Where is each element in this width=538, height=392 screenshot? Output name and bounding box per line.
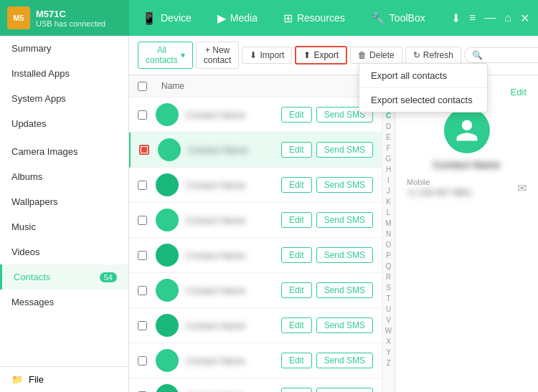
alpha-l[interactable]: L: [387, 207, 391, 218]
send-sms-button[interactable]: Send SMS: [316, 282, 373, 298]
table-row[interactable]: Contact Name Edit Send SMS: [129, 203, 382, 238]
sidebar-item-music[interactable]: Music: [0, 214, 128, 239]
import-button[interactable]: ⬇ Import: [242, 47, 292, 64]
menu-button[interactable]: ≡: [469, 11, 476, 24]
minimize-button[interactable]: —: [484, 11, 496, 24]
alpha-m[interactable]: M: [385, 218, 391, 229]
alpha-e[interactable]: E: [386, 132, 391, 143]
alpha-x[interactable]: X: [386, 336, 391, 347]
contact-checkbox[interactable]: [138, 356, 147, 365]
table-row[interactable]: Contact Name Edit Send SMS: [129, 133, 382, 168]
contact-detail-panel: Edit Contact Name Mobile +1 234 567 8901…: [395, 75, 538, 392]
contact-checkbox[interactable]: [138, 321, 147, 330]
send-sms-button[interactable]: Send SMS: [316, 212, 373, 228]
alpha-v[interactable]: V: [386, 315, 391, 325]
device-name: M571C: [36, 9, 105, 19]
person-icon: [454, 118, 480, 143]
sidebar-item-installed-apps[interactable]: Installed Apps: [0, 61, 128, 86]
contact-checkbox[interactable]: [138, 251, 147, 260]
sidebar-item-camera-images[interactable]: Camera Images: [0, 139, 128, 164]
alpha-d[interactable]: D: [386, 121, 391, 132]
restore-button[interactable]: ⌂: [504, 11, 511, 24]
close-button[interactable]: ✕: [520, 11, 529, 25]
download-button[interactable]: ⬇: [451, 11, 461, 25]
sidebar-item-albums[interactable]: Albums: [0, 164, 128, 189]
alpha-r[interactable]: R: [386, 272, 391, 282]
edit-button[interactable]: Edit: [281, 282, 312, 298]
alpha-y[interactable]: Y: [386, 347, 391, 358]
contact-checkbox[interactable]: [138, 110, 147, 120]
edit-button[interactable]: Edit: [281, 388, 312, 392]
media-icon: ▶: [217, 11, 226, 25]
alpha-h[interactable]: H: [386, 164, 391, 175]
table-row[interactable]: Contact Name Edit Send SMS: [129, 273, 382, 308]
contact-checkbox-selected[interactable]: [139, 145, 149, 155]
table-row[interactable]: Contact Name Edit Send SMS: [129, 343, 382, 378]
alpha-s[interactable]: S: [386, 282, 391, 293]
alpha-n[interactable]: N: [386, 229, 391, 239]
sidebar-item-system-apps[interactable]: System Apps: [0, 86, 128, 111]
alpha-f[interactable]: F: [386, 143, 390, 153]
alpha-u[interactable]: U: [386, 304, 391, 315]
sidebar-item-videos[interactable]: Videos: [0, 239, 128, 264]
table-row[interactable]: Contact Name Edit Send SMS: [129, 378, 382, 392]
contact-checkbox[interactable]: [138, 286, 147, 295]
table-row[interactable]: Contact Name Edit Send SMS: [129, 168, 382, 203]
top-actions: ⬇ ≡ — ⌂ ✕: [443, 11, 538, 25]
send-sms-button[interactable]: Send SMS: [316, 353, 373, 368]
delete-icon: 🗑: [358, 50, 367, 60]
tab-resources[interactable]: ⊞ Resources: [270, 0, 358, 36]
select-all-checkbox[interactable]: [138, 82, 147, 91]
table-row[interactable]: Contact Name Edit Send SMS: [129, 97, 382, 133]
send-sms-button[interactable]: Send SMS: [316, 142, 373, 158]
send-sms-button[interactable]: Send SMS: [316, 388, 373, 392]
sidebar-item-summary[interactable]: Summary: [0, 36, 128, 61]
edit-button[interactable]: Edit: [281, 107, 312, 123]
sidebar-file[interactable]: 📁 File: [0, 366, 128, 392]
edit-button[interactable]: Edit: [281, 317, 312, 333]
contact-checkbox[interactable]: [138, 181, 147, 190]
alpha-q[interactable]: Q: [386, 261, 392, 272]
new-contact-button[interactable]: + New contact: [196, 42, 240, 69]
contact-detail-edit-button[interactable]: Edit: [511, 87, 527, 97]
tab-media[interactable]: ▶ Media: [204, 0, 270, 36]
sidebar-item-updates[interactable]: Updates: [0, 111, 128, 136]
alpha-z[interactable]: Z: [386, 358, 390, 368]
alpha-i[interactable]: I: [387, 175, 390, 186]
export-button[interactable]: ⬆ Export: [295, 46, 347, 64]
tab-device[interactable]: 📱 Device: [129, 0, 204, 36]
table-row[interactable]: Contact Name Edit Send SMS: [129, 308, 382, 343]
edit-button[interactable]: Edit: [281, 142, 312, 158]
alpha-g[interactable]: G: [386, 153, 392, 164]
edit-button[interactable]: Edit: [281, 212, 312, 228]
alpha-o[interactable]: O: [386, 239, 392, 250]
contact-detail-phone: Mobile +1 234 567 8901: [407, 178, 471, 198]
send-sms-button[interactable]: Send SMS: [316, 247, 373, 263]
delete-button[interactable]: 🗑 Delete: [350, 47, 402, 64]
contact-actions: Edit Send SMS: [281, 353, 373, 368]
content-area: All contacts ▾ + New contact ⬇ Import ⬆ …: [129, 36, 538, 392]
sidebar-item-wallpapers[interactable]: Wallpapers: [0, 189, 128, 214]
edit-button[interactable]: Edit: [281, 247, 312, 263]
export-selected-option[interactable]: Export selected contacts: [359, 88, 487, 112]
alpha-k[interactable]: K: [386, 196, 391, 207]
all-contacts-button[interactable]: All contacts ▾: [138, 42, 193, 69]
export-all-option[interactable]: Export all contacts: [359, 64, 487, 88]
edit-button[interactable]: Edit: [281, 177, 312, 193]
sidebar-item-messages[interactable]: Messages: [0, 290, 128, 315]
contact-name: Contact Name: [186, 285, 281, 296]
refresh-button[interactable]: ↻ Refresh: [405, 47, 461, 64]
sidebar-item-contacts[interactable]: Contacts 54: [0, 264, 128, 290]
send-sms-button[interactable]: Send SMS: [316, 177, 373, 193]
contact-checkbox[interactable]: [138, 216, 147, 225]
alpha-j[interactable]: J: [387, 186, 390, 196]
alpha-t[interactable]: T: [386, 293, 390, 304]
search-input[interactable]: [464, 47, 538, 63]
tab-toolbox[interactable]: 🔧 ToolBox: [358, 0, 438, 36]
send-sms-button[interactable]: Send SMS: [316, 317, 373, 333]
table-row[interactable]: Contact Name Edit Send SMS: [129, 238, 382, 273]
alpha-w[interactable]: W: [385, 325, 392, 336]
contacts-badge: 54: [100, 272, 117, 282]
edit-button[interactable]: Edit: [281, 353, 312, 368]
alpha-p[interactable]: P: [386, 250, 391, 261]
